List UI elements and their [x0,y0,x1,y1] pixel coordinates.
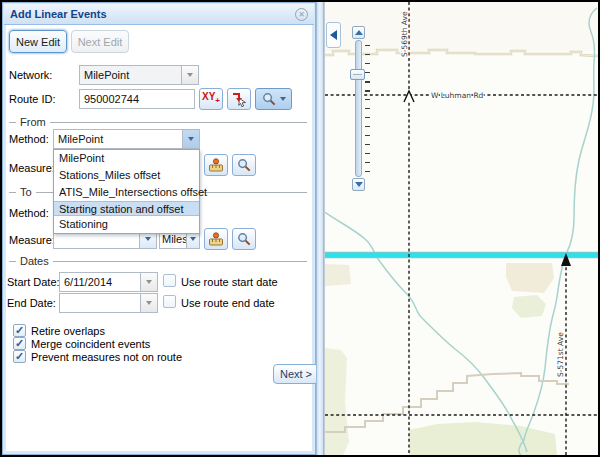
map-pick-icon [231,91,247,107]
start-date-trigger[interactable] [140,273,157,291]
panel-splitter[interactable] [316,2,324,455]
use-route-end-date-label: Use route end date [181,297,275,309]
vegetation-patch [512,295,546,318]
merge-coincident-events-checkbox[interactable] [13,337,26,350]
merge-coincident-events-label: Merge coincident events [31,338,150,350]
from-method-label: Method: [9,133,49,145]
vegetation-patch [325,264,351,286]
dates-fieldset-legend: Dates [9,255,307,267]
new-edit-label: New Edit [16,36,60,48]
zoom-slider-track[interactable] [355,40,362,177]
next-edit-button[interactable]: Next Edit [71,30,129,53]
dropdown-option[interactable]: ATIS_Mile_Intersections offset [54,184,199,201]
xy-icon: XY+ [202,92,220,106]
use-route-start-date-checkbox[interactable] [163,274,176,287]
xy-coordinates-button[interactable]: XY+ [199,88,223,110]
next-edit-label: Next Edit [78,36,123,48]
next-button[interactable]: Next > [273,364,319,384]
road-label-v-east: S-571st Ave [556,332,565,377]
end-date-trigger[interactable] [140,294,157,312]
zoom-out-icon [355,182,363,187]
trail-path [325,373,569,432]
new-edit-button[interactable]: New Edit [9,30,67,53]
network-value: MilePoint [80,66,181,84]
retire-overlaps-label: Retire overlaps [31,325,105,337]
dialog-title: Add Linear Events [10,8,295,20]
dropdown-option[interactable]: Stationing [54,216,199,233]
method-dropdown-list: MilePoint Stations_Miles offset ATIS_Mil… [53,149,200,234]
dropdown-option[interactable]: Stations_Miles offset [54,167,199,184]
end-date-label: End Date: [7,297,56,309]
ruler-icon [208,158,224,173]
zoom-in-icon [355,30,363,35]
from-method-combo[interactable]: MilePoint [53,129,200,149]
search-icon [237,158,251,172]
network-combo[interactable]: MilePoint [79,65,199,85]
chevron-down-icon [146,280,152,284]
close-icon[interactable] [295,8,308,21]
use-route-start-date-label: Use route start date [181,276,278,288]
network-label: Network: [9,69,52,81]
to-measure-on-map-button[interactable] [204,228,228,250]
start-date-input[interactable]: 6/11/2014 [59,272,158,292]
start-date-value: 6/11/2014 [60,273,140,291]
from-measure-label: Measure: [9,162,55,174]
chevron-down-icon [188,137,194,141]
to-measure-search-button[interactable] [232,228,256,250]
vegetation-patch [325,348,349,455]
prevent-measures-checkbox[interactable] [13,350,26,363]
road-label-v-west: S-569th Ave [400,11,409,57]
retire-overlaps-checkbox[interactable] [13,324,26,337]
zoom-slider-ticks [365,45,370,180]
route-id-label: Route ID: [9,93,55,105]
chevron-down-icon [145,237,151,241]
dialog-titlebar[interactable]: Add Linear Events [4,4,314,25]
add-linear-events-dialog: Add Linear Events New Edit Next Edit Net… [2,2,316,455]
to-measure-label: Measure: [9,234,55,246]
stream-west [325,211,527,452]
from-method-trigger[interactable] [182,130,199,148]
vegetation-patch [409,422,557,455]
search-route-dropdown-button[interactable] [255,88,292,110]
network-combo-trigger[interactable] [181,66,198,84]
collapse-panel-button[interactable] [326,22,341,48]
prevent-measures-label: Prevent measures not on route [31,351,182,363]
ruler-icon [208,232,224,247]
route-id-input[interactable]: 950002744 [79,89,195,109]
from-method-value: MilePoint [54,130,182,148]
route-id-value: 950002744 [80,90,194,108]
dropdown-option-selected[interactable]: Starting station and offset [54,201,199,216]
end-date-value [60,294,140,312]
zoom-slider-handle[interactable] [350,69,365,80]
from-measure-on-map-button[interactable] [204,154,228,176]
road-label-h: W Luhman Rd [431,91,484,100]
use-route-end-date-checkbox[interactable] [163,295,176,308]
direction-arrow-icon [404,91,414,102]
chevron-down-icon [146,301,152,305]
stream-east [519,8,597,455]
select-route-on-map-button[interactable] [227,88,251,110]
vegetation-patch [506,263,554,293]
search-icon [262,92,276,106]
dropdown-option[interactable]: MilePoint [54,150,199,167]
map-land-tint [325,2,598,51]
start-date-label: Start Date: [7,276,60,288]
map-pane[interactable]: W Luhman Rd S-569th Ave S-571st Ave [324,2,598,455]
from-measure-search-button[interactable] [232,154,256,176]
end-date-input[interactable] [59,293,158,313]
search-icon [237,232,251,246]
collapse-left-icon [330,30,337,40]
chevron-down-icon [187,73,193,77]
chevron-down-icon [280,97,286,101]
zoom-out-button[interactable] [352,178,365,191]
next-button-label: Next > [280,368,312,380]
to-method-label: Method: [9,207,49,219]
from-fieldset-legend: From [9,116,307,128]
chevron-down-icon [190,237,196,241]
zoom-in-button[interactable] [352,26,365,39]
app-frame: Add Linear Events New Edit Next Edit Net… [0,0,600,457]
